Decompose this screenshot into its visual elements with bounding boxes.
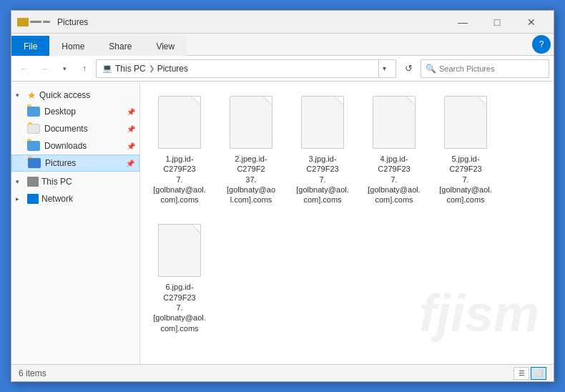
refresh-button[interactable]: ↺ xyxy=(399,59,418,78)
pictures-folder-icon xyxy=(28,158,41,168)
forward-button[interactable]: → xyxy=(36,60,53,77)
items-count: 6 items xyxy=(19,368,46,378)
tb-line2 xyxy=(43,21,50,23)
file-icon-4 xyxy=(441,94,491,151)
desktop-pin-icon: 📌 xyxy=(127,108,135,116)
this-pc-chevron: ▾ xyxy=(16,178,24,185)
address-path[interactable]: 💻 This PC ❯ Pictures ▾ xyxy=(96,59,396,78)
search-box[interactable]: 🔍 xyxy=(421,59,549,78)
sidebar-item-pictures[interactable]: Pictures 📌 xyxy=(11,155,139,172)
network-section: ▸ Network xyxy=(11,192,139,206)
file-page-4 xyxy=(444,96,487,149)
sidebar-item-desktop[interactable]: Desktop 📌 xyxy=(11,103,139,120)
window-title: Pictures xyxy=(57,17,88,27)
sidebar-item-documents[interactable]: Documents 📌 xyxy=(11,120,139,137)
list-view-button[interactable]: ☰ xyxy=(514,367,529,380)
this-pc-label: This PC xyxy=(41,177,72,187)
path-segment-thispc: This PC xyxy=(115,64,146,74)
file-icon-2 xyxy=(298,94,348,151)
ribbon: File Home Share View ? xyxy=(11,34,554,56)
file-page-5 xyxy=(158,224,201,277)
this-pc-header[interactable]: ▾ This PC xyxy=(11,175,139,189)
folder-icon xyxy=(17,18,29,26)
file-page-0 xyxy=(158,96,201,149)
file-area: fjism 1.jpg.id-C279F237.[golbnaty@aol.co… xyxy=(140,82,554,364)
ribbon-tabs: File Home Share View ? xyxy=(11,34,554,55)
tb-line1 xyxy=(30,21,41,23)
file-icon-3 xyxy=(369,94,419,151)
up-button[interactable]: ↑ xyxy=(76,60,93,77)
network-header[interactable]: ▸ Network xyxy=(11,192,139,206)
file-page-1 xyxy=(230,96,272,149)
sidebar-item-documents-label: Documents xyxy=(44,124,122,134)
tab-share[interactable]: Share xyxy=(97,36,144,56)
this-pc-icon-sidebar xyxy=(27,177,39,187)
sidebar-item-desktop-label: Desktop xyxy=(44,107,122,117)
network-icon xyxy=(27,194,39,204)
search-icon: 🔍 xyxy=(426,64,436,74)
this-pc-icon: 💻 xyxy=(102,64,112,73)
explorer-window: Pictures — □ ✕ File Home Share View ? ← … xyxy=(11,10,554,382)
quick-access-star-icon: ★ xyxy=(27,89,36,101)
pictures-pin-icon: 📌 xyxy=(126,160,134,167)
path-chevron-1: ❯ xyxy=(149,64,154,72)
file-name-5: 6.jpg.id-C279F237.[golbnaty@aol.com].com… xyxy=(151,282,208,333)
window-controls: — □ ✕ xyxy=(446,12,548,32)
file-item-4[interactable]: 5.jpg.id-C279F237.[golbnaty@aol.com].com… xyxy=(433,89,498,210)
sidebar-item-downloads-label: Downloads xyxy=(44,141,122,151)
this-pc-section: ▾ This PC xyxy=(11,175,139,189)
quick-access-label: Quick access xyxy=(39,90,90,100)
back-button[interactable]: ← xyxy=(16,60,33,77)
file-name-4: 5.jpg.id-C279F237.[golbnaty@aol.com].com… xyxy=(437,154,494,205)
title-bar-left: Pictures xyxy=(17,17,446,27)
tab-file[interactable]: File xyxy=(11,36,49,56)
file-icon-0 xyxy=(154,94,205,151)
path-segment-pictures: Pictures xyxy=(157,64,188,74)
quick-access-header[interactable]: ▾ ★ Quick access xyxy=(11,87,139,103)
close-button[interactable]: ✕ xyxy=(515,12,548,32)
tab-home[interactable]: Home xyxy=(49,36,97,56)
network-label: Network xyxy=(41,194,73,204)
quick-access-chevron: ▾ xyxy=(16,92,24,99)
quick-access-section: ▾ ★ Quick access Desktop 📌 Documents 📌 xyxy=(11,87,139,172)
documents-folder-icon xyxy=(27,124,40,134)
path-dropdown-button[interactable]: ▾ xyxy=(378,59,390,78)
title-bar-icon xyxy=(17,18,50,26)
downloads-folder-icon xyxy=(27,141,40,151)
maximize-button[interactable]: □ xyxy=(481,12,514,32)
view-buttons: ☰ ⬜ xyxy=(514,367,546,380)
file-page-2 xyxy=(301,96,344,149)
desktop-folder-icon xyxy=(27,107,40,117)
file-icon-5 xyxy=(154,222,205,279)
documents-pin-icon: 📌 xyxy=(127,125,135,133)
sidebar: ▾ ★ Quick access Desktop 📌 Documents 📌 xyxy=(11,82,140,364)
file-item-2[interactable]: 3.jpg.id-C279F237.[golbnaty@aol.com].com… xyxy=(290,89,355,210)
main-content: ▾ ★ Quick access Desktop 📌 Documents 📌 xyxy=(11,82,554,364)
status-bar: 6 items ☰ ⬜ xyxy=(11,364,554,381)
title-bar: Pictures — □ ✕ xyxy=(11,11,554,34)
file-item-5[interactable]: 6.jpg.id-C279F237.[golbnaty@aol.com].com… xyxy=(147,217,212,338)
sidebar-item-pictures-label: Pictures xyxy=(45,158,122,168)
help-button[interactable]: ? xyxy=(532,35,551,54)
file-item-1[interactable]: 2.jpeg.id-C279F237.[golbnaty@aol.com].co… xyxy=(219,89,283,210)
file-name-1: 2.jpeg.id-C279F237.[golbnaty@aol.com].co… xyxy=(222,154,280,205)
network-chevron: ▸ xyxy=(16,195,24,202)
file-name-2: 3.jpg.id-C279F237.[golbnaty@aol.com].com… xyxy=(294,154,351,205)
address-bar: ← → ▾ ↑ 💻 This PC ❯ Pictures ▾ ↺ 🔍 xyxy=(11,56,554,82)
files-grid: 1.jpg.id-C279F237.[golbnaty@aol.com].com… xyxy=(147,89,546,338)
recent-locations-button[interactable]: ▾ xyxy=(56,60,73,77)
file-item-0[interactable]: 1.jpg.id-C279F237.[golbnaty@aol.com].com… xyxy=(147,89,212,210)
file-name-3: 4.jpg.id-C279F237.[golbnaty@aol.com].com… xyxy=(365,154,423,205)
grid-view-button[interactable]: ⬜ xyxy=(531,367,546,380)
downloads-pin-icon: 📌 xyxy=(127,142,135,150)
file-item-3[interactable]: 4.jpg.id-C279F237.[golbnaty@aol.com].com… xyxy=(362,89,426,210)
sidebar-item-downloads[interactable]: Downloads 📌 xyxy=(11,137,139,155)
file-name-0: 1.jpg.id-C279F237.[golbnaty@aol.com].com… xyxy=(151,154,208,205)
search-input[interactable] xyxy=(439,64,544,73)
file-icon-1 xyxy=(226,94,276,151)
file-page-3 xyxy=(373,96,416,149)
minimize-button[interactable]: — xyxy=(446,12,479,32)
tab-view[interactable]: View xyxy=(144,36,187,56)
